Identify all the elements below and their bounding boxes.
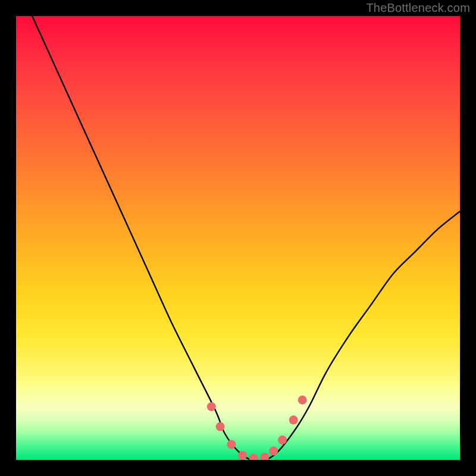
chart-frame: TheBottleneck.com	[0, 0, 476, 476]
trough-marker	[298, 396, 307, 405]
trough-marker	[216, 422, 225, 431]
trough-marker	[260, 453, 269, 460]
trough-marker	[207, 402, 216, 411]
watermark-text: TheBottleneck.com	[366, 1, 470, 15]
trough-marker	[227, 440, 236, 449]
trough-markers	[207, 396, 307, 460]
trough-marker	[289, 415, 298, 424]
plot-area	[16, 16, 460, 460]
trough-marker	[269, 447, 278, 456]
curve-line	[16, 16, 460, 460]
bottleneck-curve	[16, 16, 460, 460]
curve-layer	[16, 16, 460, 460]
trough-marker	[278, 436, 287, 444]
trough-marker	[249, 454, 258, 460]
trough-marker	[238, 451, 247, 460]
